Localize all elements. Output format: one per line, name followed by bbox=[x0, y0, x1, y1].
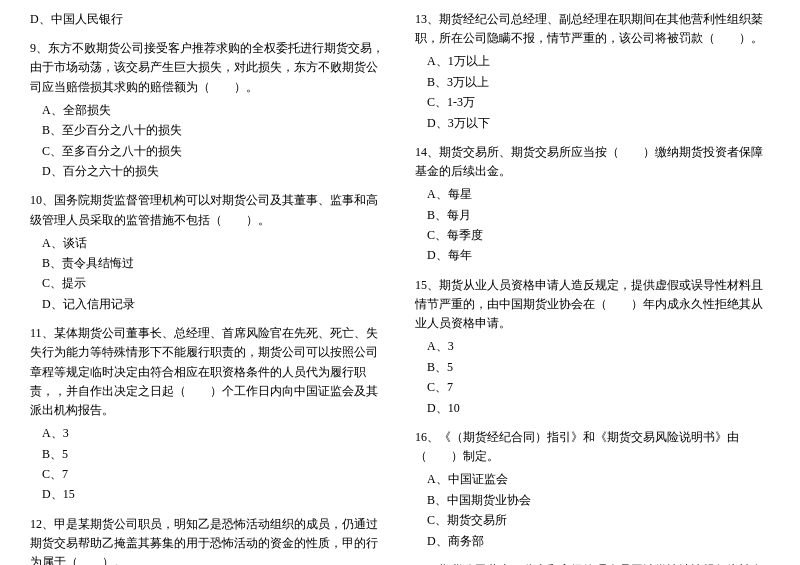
question-13-text: 13、期货经纪公司总经理、副总经理在职期间在其他营利性组织棻职，所在公司隐瞒不报… bbox=[415, 10, 770, 48]
question-14: 14、期货交易所、期货交易所应当按（ ）缴纳期货投资者保障基金的后续出金。 A、… bbox=[415, 143, 770, 266]
q11-option-d: D、15 bbox=[42, 484, 385, 504]
question-10-text: 10、国务院期货监督管理机构可以对期货公司及其董事、监事和高级管理人员采取的监管… bbox=[30, 191, 385, 229]
question-16: 16、《（期货经纪合同）指引》和《期货交易风险说明书》由（ ）制定。 A、中国证… bbox=[415, 428, 770, 551]
q14-option-a: A、每星 bbox=[427, 184, 770, 204]
q16-option-d: D、商务部 bbox=[427, 531, 770, 551]
question-12-text: 12、甲是某期货公司职员，明知乙是恐怖活动组织的成员，仍通过期货交易帮助乙掩盖其… bbox=[30, 515, 385, 565]
q15-option-d: D、10 bbox=[427, 398, 770, 418]
q15-option-c: C、7 bbox=[427, 377, 770, 397]
question-11: 11、某体期货公司董事长、总经理、首席风险官在先死、死亡、失失行为能力等特殊情形… bbox=[30, 324, 385, 505]
q9-option-b: B、至少百分之八十的损失 bbox=[42, 120, 385, 140]
q10-option-c: C、提示 bbox=[42, 273, 385, 293]
question-15-text: 15、期货从业人员资格申请人造反规定，提供虚假或误导性材料且情节严重的，由中国期… bbox=[415, 276, 770, 334]
q11-option-b: B、5 bbox=[42, 444, 385, 464]
question-17-text: 17、期货公司董事、监事和高级管理人员因涉嫌违法违规行为被有权机关立案调查或者采… bbox=[415, 561, 770, 565]
q11-option-a: A、3 bbox=[42, 423, 385, 443]
q9-option-d: D、百分之六十的损失 bbox=[42, 161, 385, 181]
q10-option-d: D、记入信用记录 bbox=[42, 294, 385, 314]
question-12: 12、甲是某期货公司职员，明知乙是恐怖活动组织的成员，仍通过期货交易帮助乙掩盖其… bbox=[30, 515, 385, 565]
q16-option-c: C、期货交易所 bbox=[427, 510, 770, 530]
q10-option-a: A、谈话 bbox=[42, 233, 385, 253]
q13-option-c: C、1-3万 bbox=[427, 92, 770, 112]
q10-option-b: B、责令具结悔过 bbox=[42, 253, 385, 273]
left-column: D、中国人民银行 9、东方不败期货公司接受客户推荐求购的全权委托进行期货交易，由… bbox=[30, 10, 400, 565]
question-9-text: 9、东方不败期货公司接受客户推荐求购的全权委托进行期货交易，由于市场动荡，该交易… bbox=[30, 39, 385, 97]
q16-option-a: A、中国证监会 bbox=[427, 469, 770, 489]
q13-option-d: D、3万以下 bbox=[427, 113, 770, 133]
question-17: 17、期货公司董事、监事和高级管理人员因涉嫌违法违规行为被有权机关立案调查或者采… bbox=[415, 561, 770, 565]
q9-option-c: C、至多百分之八十的损失 bbox=[42, 141, 385, 161]
q15-option-b: B、5 bbox=[427, 357, 770, 377]
q11-option-c: C、7 bbox=[42, 464, 385, 484]
question-13: 13、期货经纪公司总经理、副总经理在职期间在其他营利性组织棻职，所在公司隐瞒不报… bbox=[415, 10, 770, 133]
q9-option-a: A、全部损失 bbox=[42, 100, 385, 120]
question-d-text: D、中国人民银行 bbox=[30, 10, 385, 29]
question-15: 15、期货从业人员资格申请人造反规定，提供虚假或误导性材料且情节严重的，由中国期… bbox=[415, 276, 770, 418]
q16-option-b: B、中国期货业协会 bbox=[427, 490, 770, 510]
right-column: 13、期货经纪公司总经理、副总经理在职期间在其他营利性组织棻职，所在公司隐瞒不报… bbox=[400, 10, 770, 565]
question-14-text: 14、期货交易所、期货交易所应当按（ ）缴纳期货投资者保障基金的后续出金。 bbox=[415, 143, 770, 181]
q13-option-a: A、1万以上 bbox=[427, 51, 770, 71]
q14-option-c: C、每季度 bbox=[427, 225, 770, 245]
question-9: 9、东方不败期货公司接受客户推荐求购的全权委托进行期货交易，由于市场动荡，该交易… bbox=[30, 39, 385, 181]
question-11-text: 11、某体期货公司董事长、总经理、首席风险官在先死、死亡、失失行为能力等特殊情形… bbox=[30, 324, 385, 420]
q13-option-b: B、3万以上 bbox=[427, 72, 770, 92]
q15-option-a: A、3 bbox=[427, 336, 770, 356]
q14-option-b: B、每月 bbox=[427, 205, 770, 225]
question-d: D、中国人民银行 bbox=[30, 10, 385, 29]
question-16-text: 16、《（期货经纪合同）指引》和《期货交易风险说明书》由（ ）制定。 bbox=[415, 428, 770, 466]
q14-option-d: D、每年 bbox=[427, 245, 770, 265]
question-10: 10、国务院期货监督管理机构可以对期货公司及其董事、监事和高级管理人员采取的监管… bbox=[30, 191, 385, 314]
